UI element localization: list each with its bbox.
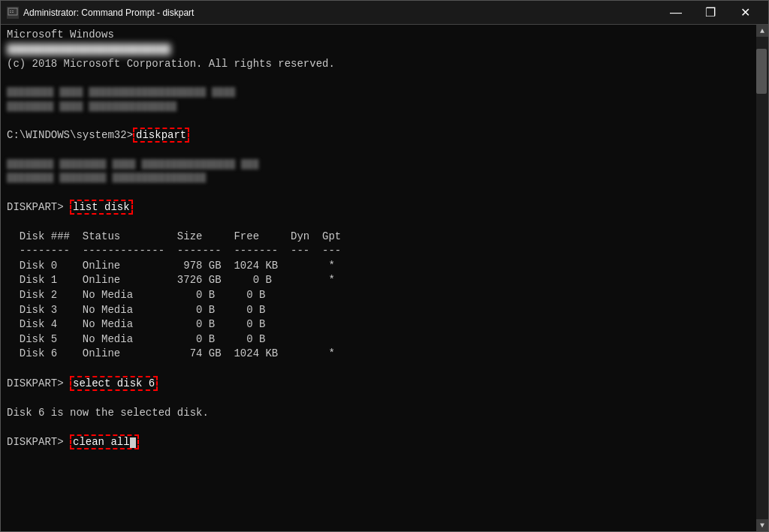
- window: Administrator: Command Prompt - diskpart…: [0, 0, 769, 532]
- select-result: Disk 6 is now the selected disk.: [7, 406, 750, 421]
- window-icon: [7, 7, 19, 19]
- blank12: [7, 494, 750, 509]
- disk4-line: Disk 4 No Media 0 B 0 B: [7, 317, 750, 332]
- blank10: [7, 464, 750, 479]
- blank11: [7, 479, 750, 494]
- console-content[interactable]: Microsoft Windows ██████████████████████…: [1, 25, 756, 531]
- blurred-version: ██████████████████████████: [7, 43, 170, 58]
- diskpart-prompt3: DISKPART>: [7, 436, 70, 448]
- blank7: [7, 391, 750, 406]
- clean-all-prompt-line: DISKPART> clean all: [7, 435, 750, 450]
- scroll-thumb[interactable]: [756, 49, 767, 94]
- disk1-line: Disk 1 Online 3726 GB 0 B *: [7, 273, 750, 288]
- disk6-line: Disk 6 Online 74 GB 1024 KB *: [7, 347, 750, 362]
- clean-all-cmd: clean all: [70, 434, 139, 449]
- svg-rect-0: [8, 8, 17, 15]
- blurred-line1: ████████ ████ ████████████████████ ████: [7, 86, 750, 100]
- disk3-line: Disk 3 No Media 0 B 0 B: [7, 303, 750, 318]
- blank4: [7, 185, 750, 200]
- close-button[interactable]: ✕: [728, 1, 762, 25]
- title-bar: Administrator: Command Prompt - diskpart…: [1, 1, 768, 25]
- blank2: [7, 114, 750, 129]
- blank5: [7, 215, 750, 230]
- select-disk-prompt-line: DISKPART> select disk 6: [7, 377, 750, 392]
- diskpart-prompt2: DISKPART>: [7, 377, 70, 389]
- prompt-text: C:\WINDOWS\system32>: [7, 129, 133, 141]
- diskpart-blurred1: ████████ ████████ ████ ████████████████ …: [7, 158, 750, 172]
- table-header: Disk ### Status Size Free Dyn Gpt: [7, 230, 750, 245]
- disk5-line: Disk 5 No Media 0 B 0 B: [7, 332, 750, 347]
- diskpart-blurred2: ████████ ████████ ████████████████: [7, 172, 750, 185]
- blank1: [7, 72, 750, 87]
- list-disk-prompt-line: DISKPART> list disk: [7, 200, 750, 215]
- blank3: [7, 143, 750, 158]
- scroll-down[interactable]: ▼: [756, 519, 768, 531]
- scrollbar[interactable]: ▲ ▼: [756, 25, 768, 531]
- blank13: [7, 509, 750, 524]
- svg-rect-3: [12, 11, 14, 11]
- disk0-line: Disk 0 Online 978 GB 1024 KB *: [7, 259, 750, 274]
- blank14: [7, 524, 750, 531]
- blurred-line2: ████████ ████ ███████████████: [7, 101, 750, 114]
- table-sep: -------- ------------- ------- ------- -…: [7, 244, 750, 259]
- blank8: [7, 420, 750, 435]
- diskpart-prompt1: DISKPART>: [7, 201, 70, 213]
- window-title: Administrator: Command Prompt - diskpart: [23, 8, 659, 18]
- cursor: [130, 437, 136, 448]
- blank6: [7, 362, 750, 377]
- copyright-line: (c) 2018 Microsoft Corporation. All righ…: [7, 57, 750, 72]
- disk2-line: Disk 2 No Media 0 B 0 B: [7, 288, 750, 303]
- list-disk-cmd: list disk: [70, 200, 133, 215]
- console-area: Microsoft Windows ██████████████████████…: [1, 25, 768, 531]
- blank9: [7, 450, 750, 465]
- diskpart-cmd: diskpart: [133, 128, 189, 143]
- window-controls: — ❐ ✕: [659, 1, 762, 25]
- restore-button[interactable]: ❐: [693, 1, 728, 25]
- svg-rect-4: [12, 12, 14, 13]
- ms-windows-line: Microsoft Windows ██████████████████████…: [7, 28, 750, 57]
- svg-rect-1: [10, 11, 11, 11]
- diskpart-prompt-line: C:\WINDOWS\system32>diskpart: [7, 128, 750, 143]
- scroll-up[interactable]: ▲: [756, 25, 768, 37]
- select-disk-cmd: select disk 6: [70, 376, 158, 391]
- svg-rect-2: [10, 12, 11, 13]
- minimize-button[interactable]: —: [659, 1, 693, 25]
